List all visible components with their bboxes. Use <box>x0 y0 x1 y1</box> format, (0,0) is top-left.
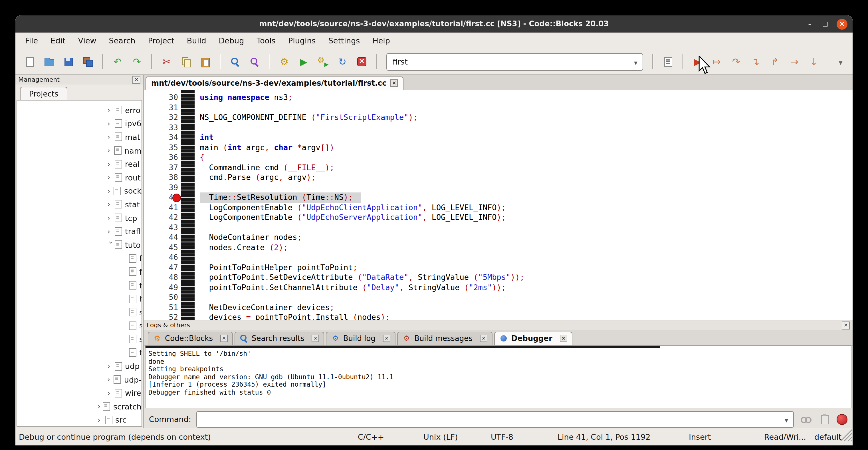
chevron-right-icon[interactable] <box>107 228 115 235</box>
chevron-right-icon[interactable] <box>107 187 114 195</box>
step-out-button[interactable]: ↱ <box>767 53 783 70</box>
tree-item-trafl[interactable]: trafl <box>17 225 142 238</box>
tree-item-udp[interactable]: udp- <box>17 373 142 386</box>
paste-button[interactable] <box>197 53 214 70</box>
tree-item-he[interactable]: he <box>17 292 142 305</box>
new-file-button[interactable] <box>21 53 38 70</box>
line-number[interactable]: 37 <box>144 162 181 173</box>
tab-code-blocks[interactable]: Code::Blocks <box>148 332 233 345</box>
line-number[interactable]: 46 <box>144 252 181 262</box>
chevron-right-icon[interactable] <box>98 416 105 424</box>
close-panel-button[interactable] <box>842 321 850 329</box>
tree-item-fif[interactable]: fif <box>17 251 142 265</box>
line-number[interactable]: 32 <box>144 113 181 122</box>
tab-close-button[interactable] <box>560 335 567 342</box>
tree-item-mat[interactable]: mat <box>17 130 142 144</box>
line-number[interactable]: 39 <box>144 182 181 192</box>
tree-item-scratch[interactable]: scratch <box>17 400 142 413</box>
tree-item-erro[interactable]: erro <box>17 103 142 117</box>
find-button[interactable] <box>226 53 244 70</box>
line-number[interactable]: 51 <box>144 302 181 312</box>
cut-button[interactable]: ✂ <box>158 53 175 70</box>
line-number[interactable]: 36 <box>144 152 181 162</box>
line-number[interactable]: 44 <box>144 233 181 242</box>
chevron-right-icon[interactable] <box>98 403 103 410</box>
tab-close-button[interactable] <box>312 335 319 342</box>
menu-item-plugins[interactable]: Plugins <box>282 33 322 49</box>
line-number[interactable]: 38 <box>144 173 181 182</box>
tab-build-messages[interactable]: Build messages <box>397 332 493 345</box>
copy-button[interactable] <box>178 53 195 70</box>
line-number[interactable]: 50 <box>144 292 181 302</box>
step-into-button[interactable]: ↴ <box>747 53 764 70</box>
next-instruction-button[interactable]: → <box>786 53 803 70</box>
chevron-right-icon[interactable] <box>107 376 114 383</box>
chevron-right-icon[interactable] <box>107 362 115 370</box>
menu-item-file[interactable]: File <box>19 33 44 49</box>
run-button[interactable]: ▶ <box>295 53 312 70</box>
tree-item-stat[interactable]: stat <box>17 198 142 211</box>
tree-item-six[interactable]: six <box>17 332 142 346</box>
breakpoint-marker[interactable] <box>172 193 181 202</box>
menu-item-settings[interactable]: Settings <box>322 33 366 49</box>
tree-item-tuto[interactable]: tuto <box>17 238 142 251</box>
tree-item-fir[interactable]: fir <box>17 265 142 278</box>
menu-item-edit[interactable]: Edit <box>44 33 72 49</box>
line-number[interactable]: 48 <box>144 272 181 282</box>
build-target-select[interactable]: first <box>386 53 643 70</box>
chevron-down-icon[interactable] <box>107 241 115 248</box>
tree-item-src[interactable]: src <box>17 413 142 427</box>
redo-button[interactable]: ↷ <box>128 53 146 70</box>
line-number[interactable]: 34 <box>144 132 181 143</box>
tree-item-udp[interactable]: udp <box>17 359 142 373</box>
menu-item-debug[interactable]: Debug <box>213 33 251 49</box>
line-number[interactable]: 43 <box>144 222 181 233</box>
line-number[interactable]: 41 <box>144 203 181 212</box>
stop-debugger-button[interactable] <box>837 414 847 425</box>
editor-tab-first-cc[interactable]: mnt/dev/tools/source/ns-3-dev/examples/t… <box>146 77 404 90</box>
rebuild-button[interactable]: ↻ <box>334 53 351 70</box>
chevron-right-icon[interactable] <box>107 214 115 221</box>
line-number[interactable]: 47 <box>144 262 181 272</box>
line-number[interactable]: 52 <box>144 312 181 320</box>
tree-item-tcp[interactable]: tcp <box>17 211 142 225</box>
tree-item-rout[interactable]: rout <box>17 171 142 184</box>
maximize-button[interactable] <box>821 20 829 28</box>
next-line-button[interactable]: ↷ <box>727 53 745 70</box>
menu-item-help[interactable]: Help <box>366 33 396 49</box>
tab-close-button[interactable] <box>220 335 228 342</box>
tab-search-results[interactable]: Search results <box>235 332 324 345</box>
tree-item-ipv6[interactable]: ipv6 <box>17 117 142 130</box>
step-into-instruction-button[interactable]: ↓ <box>805 53 823 70</box>
command-combo[interactable] <box>196 411 794 427</box>
tree-item-se[interactable]: se <box>17 305 142 319</box>
line-number[interactable]: 42 <box>144 212 181 222</box>
close-panel-button[interactable] <box>132 76 141 84</box>
chevron-right-icon[interactable] <box>107 133 115 141</box>
line-number[interactable]: 35 <box>144 143 181 152</box>
save-file-button[interactable] <box>60 53 77 70</box>
menu-item-search[interactable]: Search <box>103 33 142 49</box>
debugger-command-input[interactable] <box>197 412 779 427</box>
line-number[interactable]: 49 <box>144 282 181 292</box>
tree-item-se[interactable]: se <box>17 319 142 332</box>
build-button[interactable]: ⚙ <box>276 53 293 70</box>
chevron-down-icon[interactable] <box>779 414 793 425</box>
save-all-button[interactable] <box>79 53 96 70</box>
menu-item-project[interactable]: Project <box>142 33 180 49</box>
chevron-right-icon[interactable] <box>107 160 115 168</box>
tab-debugger[interactable]: Debugger <box>494 332 572 345</box>
build-and-run-button[interactable] <box>314 53 332 70</box>
line-number[interactable]: 30 <box>144 92 181 102</box>
chevron-right-icon[interactable] <box>107 201 115 208</box>
open-file-button[interactable] <box>40 53 58 70</box>
line-number[interactable]: 45 <box>144 242 181 252</box>
tree-item-nam[interactable]: nam <box>17 144 142 157</box>
find-in-files-button[interactable] <box>246 53 263 70</box>
menu-item-view[interactable]: View <box>72 33 103 49</box>
code-editor[interactable]: 30using namespace ns3;3132NS_LOG_COMPONE… <box>144 90 852 320</box>
title-bar[interactable]: mnt/dev/tools/source/ns-3-dev/examples/t… <box>16 16 852 33</box>
undo-button[interactable]: ↶ <box>109 53 126 70</box>
tab-close-button[interactable] <box>480 335 487 342</box>
debugger-log[interactable]: Setting SHELL to '/bin/sh'doneSetting br… <box>145 346 851 408</box>
